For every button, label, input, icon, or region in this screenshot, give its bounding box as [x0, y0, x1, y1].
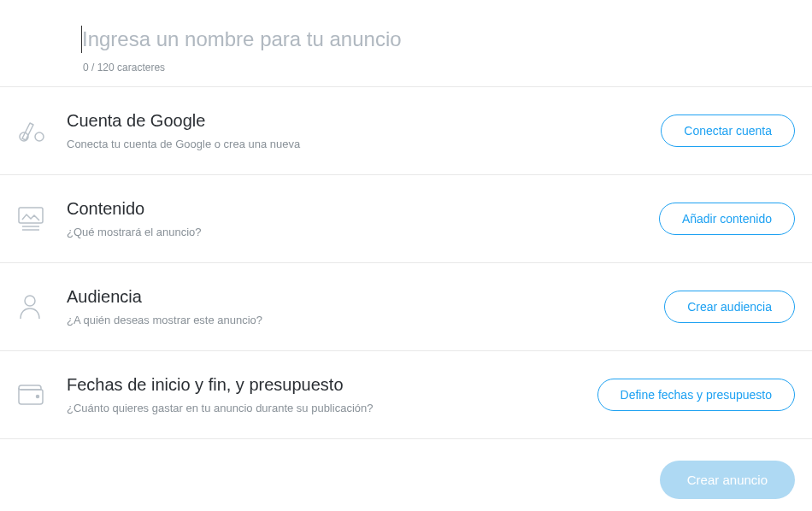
svg-point-0	[35, 132, 44, 141]
content-icon	[15, 206, 67, 232]
schedule-section-title: Fechas de inicio y fin, y presupuesto	[67, 375, 597, 395]
character-counter: 0 / 120 caracteres	[83, 62, 812, 73]
audience-icon	[15, 293, 67, 320]
google-section-title: Cuenta de Google	[67, 111, 661, 131]
svg-point-5	[25, 296, 35, 306]
audience-section-subtitle: ¿A quién deseas mostrar este anuncio?	[67, 314, 664, 326]
content-section: Contenido ¿Qué mostrará el anuncio? Añad…	[0, 175, 812, 263]
define-schedule-budget-button[interactable]: Define fechas y presupuesto	[597, 379, 795, 411]
audience-section: Audiencia ¿A quién deseas mostrar este a…	[0, 263, 812, 351]
wallet-icon	[15, 383, 67, 407]
add-content-button[interactable]: Añadir contenido	[659, 203, 795, 235]
ad-name-input[interactable]	[81, 26, 812, 53]
svg-point-6	[37, 396, 39, 398]
schedule-section-subtitle: ¿Cuánto quieres gastar en tu anuncio dur…	[67, 402, 597, 414]
create-audience-button[interactable]: Crear audiencia	[664, 291, 795, 323]
audience-section-title: Audiencia	[67, 287, 664, 307]
google-section-subtitle: Conecta tu cuenta de Google o crea una n…	[67, 138, 661, 150]
google-ads-icon	[15, 118, 67, 144]
content-section-subtitle: ¿Qué mostrará el anuncio?	[67, 226, 659, 238]
create-ad-button[interactable]: Crear anuncio	[660, 461, 795, 499]
svg-rect-2	[19, 208, 43, 223]
connect-account-button[interactable]: Conectar cuenta	[661, 115, 795, 147]
google-account-section: Cuenta de Google Conecta tu cuenta de Go…	[0, 87, 812, 175]
ad-name-section: 0 / 120 caracteres	[0, 0, 812, 87]
footer: Crear anuncio	[0, 439, 812, 511]
schedule-budget-section: Fechas de inicio y fin, y presupuesto ¿C…	[0, 351, 812, 439]
content-section-title: Contenido	[67, 199, 659, 219]
